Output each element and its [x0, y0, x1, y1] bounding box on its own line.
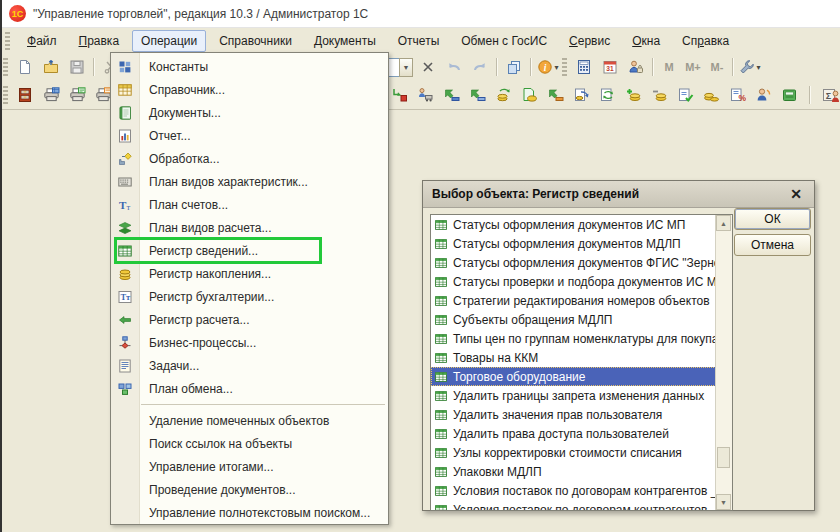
register-list-item[interactable]: Типы цен по группам номенклатуры для пок…: [431, 329, 732, 348]
operations-menu-item[interactable]: Отчет...: [111, 124, 388, 147]
ok-button[interactable]: ОК: [734, 208, 811, 230]
open-button[interactable]: [39, 56, 63, 78]
save-button[interactable]: [65, 56, 89, 78]
back-button[interactable]: [442, 56, 466, 78]
register-list-item[interactable]: Торговое оборудование: [431, 367, 732, 386]
register-list-item[interactable]: Удалить значения прав пользователя: [431, 405, 732, 424]
register-list-item[interactable]: Субъекты обращения МДЛП: [431, 310, 732, 329]
operations-menu-item[interactable]: Справочник...: [111, 78, 388, 101]
register-list-item[interactable]: Статусы оформления документов МДЛП: [431, 234, 732, 253]
doc-transfer-button[interactable]: [572, 84, 590, 106]
object-combobox[interactable]: ▼: [386, 58, 413, 77]
print-table-button[interactable]: [39, 84, 63, 106]
operations-menu-item[interactable]: Регистр сведений...: [111, 239, 388, 262]
register-list-item[interactable]: Статусы оформления документов ФГИС "Зерн…: [431, 253, 732, 272]
register-listbox[interactable]: Статусы оформления документов ИС МПСтату…: [430, 214, 733, 511]
goods-issue-button[interactable]: [546, 84, 564, 106]
menubar-item-1[interactable]: Правка: [70, 30, 129, 52]
manager-contact-button[interactable]: [754, 84, 772, 106]
arrow-cube-icon: [391, 87, 408, 103]
operations-menu-item[interactable]: Бизнес-процессы...: [111, 331, 388, 354]
new-file-button[interactable]: [13, 56, 37, 78]
doc-discount-button[interactable]: %: [728, 84, 746, 106]
info-button[interactable]: i▾: [536, 56, 560, 78]
copy-button[interactable]: [502, 56, 526, 78]
menu-item-label: Отчет...: [139, 129, 191, 143]
catalog-icon: [111, 82, 139, 98]
cash-doc-button[interactable]: [520, 84, 538, 106]
cancel-button[interactable]: Отмена: [734, 234, 811, 256]
operations-menu-item[interactable]: Задачи...: [111, 354, 388, 377]
dropdown-arrow-icon[interactable]: ▾: [554, 63, 558, 72]
operations-menu-item[interactable]: Поиск ссылок на объекты: [111, 432, 388, 455]
report-sum-red-button[interactable]: Σ: [822, 84, 840, 106]
menubar-item-3[interactable]: Справочники: [210, 30, 301, 52]
register-list-item[interactable]: Статусы оформления документов ИС МП: [431, 215, 732, 234]
operations-menu-item[interactable]: TтПлан счетов...: [111, 193, 388, 216]
remove-funds-button[interactable]: [650, 84, 668, 106]
payment-cycle-button[interactable]: [494, 84, 512, 106]
memory-minus-button[interactable]: M-: [706, 56, 728, 78]
listbox-scrollbar[interactable]: ▲ ▼: [715, 215, 732, 510]
menubar-item-8[interactable]: Окна: [623, 30, 669, 52]
memory-m-button[interactable]: M: [658, 56, 680, 78]
register-list-item[interactable]: Условия поставок по договорам контрагент…: [431, 500, 732, 511]
print-document-button[interactable]: [65, 84, 89, 106]
service-settings-button[interactable]: ▾: [738, 56, 762, 78]
dropdown-arrow-icon[interactable]: ▾: [756, 63, 760, 72]
operations-menu-item[interactable]: План видов расчета...: [111, 216, 388, 239]
menubar-item-7[interactable]: Сервис: [560, 30, 619, 52]
scrollbar-thumb[interactable]: [717, 447, 730, 468]
register-list-item[interactable]: Удалить права доступа пользователей: [431, 424, 732, 443]
forward-button[interactable]: [468, 56, 492, 78]
operations-menu-item[interactable]: План обмена...: [111, 377, 388, 400]
operations-menu-item[interactable]: Управление итогами...: [111, 455, 388, 478]
chevron-down-icon[interactable]: ▼: [399, 58, 413, 77]
user-permissions-button[interactable]: [624, 56, 648, 78]
menubar-item-4[interactable]: Документы: [305, 30, 385, 52]
calc-register-icon: [111, 312, 139, 328]
memory-plus-button[interactable]: M+: [682, 56, 704, 78]
window-titlebar: 1С "Управление торговлей", редакция 10.3…: [2, 0, 840, 28]
register-list-item[interactable]: Стратегии редактирования номеров объекто…: [431, 291, 732, 310]
scroll-down-icon[interactable]: ▼: [716, 494, 731, 510]
menubar-item-6[interactable]: Обмен с ГосИС: [452, 30, 556, 52]
operations-menu-item[interactable]: Документы...: [111, 101, 388, 124]
doc-approve-button[interactable]: [676, 84, 694, 106]
menubar-item-0[interactable]: Файл: [18, 30, 66, 52]
operations-menu-item[interactable]: Обработка...: [111, 147, 388, 170]
clear-button[interactable]: [416, 56, 440, 78]
purchase-doc-button[interactable]: [468, 84, 486, 106]
archive-cabinet-button[interactable]: [13, 84, 37, 106]
calculator-button[interactable]: [572, 56, 596, 78]
operations-menu-item[interactable]: План видов характеристик...: [111, 170, 388, 193]
register-list-item[interactable]: Товары на ККМ: [431, 348, 732, 367]
doc-revaluation-button[interactable]: [598, 84, 616, 106]
operations-menu-item[interactable]: Проведение документов...: [111, 478, 388, 501]
customer-order-button[interactable]: [416, 84, 434, 106]
sales-doc-button[interactable]: [442, 84, 460, 106]
menubar-item-9[interactable]: Справка: [673, 30, 738, 52]
register-list-item[interactable]: Узлы корректировки стоимости списания: [431, 443, 732, 462]
operations-menu-item[interactable]: Удаление помеченных объектов: [111, 409, 388, 432]
register-list-item[interactable]: Статусы проверки и подбора документов ИС…: [431, 272, 732, 291]
operations-menu-item[interactable]: Константы: [111, 55, 388, 78]
operations-menu-item[interactable]: Управление полнотекстовым поиском...: [111, 501, 388, 524]
cash-register-button[interactable]: [780, 84, 798, 106]
add-funds-button[interactable]: [624, 84, 642, 106]
register-list-item[interactable]: Удалить границы запрета изменения данных: [431, 386, 732, 405]
register-list-item[interactable]: Упаковки МДЛП: [431, 462, 732, 481]
register-list-item[interactable]: Условия поставок по договорам контрагент…: [431, 481, 732, 500]
menubar-item-2[interactable]: Операции: [132, 30, 206, 52]
coins-stack-button[interactable]: [702, 84, 720, 106]
operations-menu-item[interactable]: Регистр расчета...: [111, 308, 388, 331]
scroll-up-icon[interactable]: ▲: [716, 215, 731, 231]
menubar-item-5[interactable]: Отчеты: [389, 30, 448, 52]
close-icon[interactable]: ✕: [787, 185, 805, 203]
svg-text:31: 31: [606, 65, 614, 72]
operations-menu-item[interactable]: Регистр накопления...: [111, 262, 388, 285]
operations-menu-item[interactable]: ТтРегистр бухгалтерии...: [111, 285, 388, 308]
calendar-button[interactable]: 31: [598, 56, 622, 78]
goods-receipt-button[interactable]: [390, 84, 408, 106]
register-item-label: Статусы оформления документов МДЛП: [453, 237, 681, 251]
